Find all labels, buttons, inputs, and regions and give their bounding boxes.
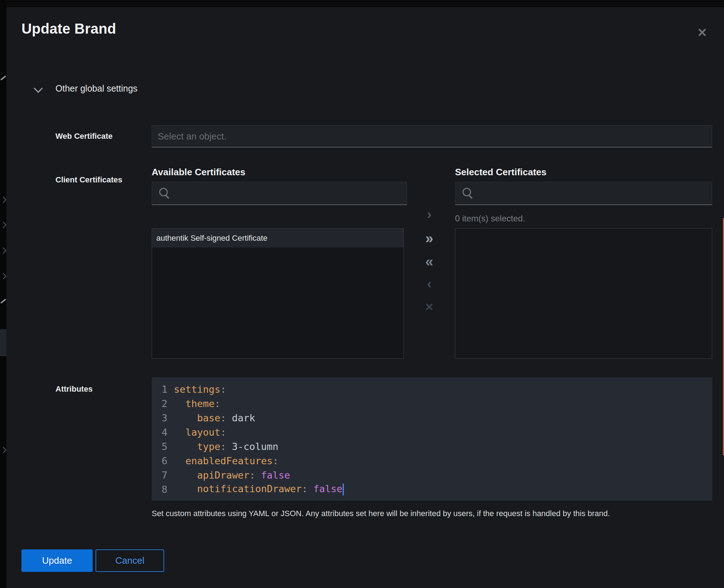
selected-search-input[interactable] <box>475 182 712 205</box>
chevron-right-icon <box>0 273 6 279</box>
selected-certificates-list[interactable] <box>455 228 712 359</box>
code-line[interactable]: 5 type:3-column <box>152 439 712 454</box>
line-number: 7 <box>156 470 167 481</box>
line-number: 3 <box>156 412 167 423</box>
sidebar-partial-icon <box>0 75 6 80</box>
move-selected-right-button[interactable]: › <box>421 206 438 223</box>
sidebar-backdrop <box>0 0 6 588</box>
attributes-help-text: Set custom attributes using YAML or JSON… <box>152 509 710 519</box>
selected-count-status: 0 item(s) selected. <box>455 214 525 223</box>
update-button[interactable]: Update <box>21 549 93 572</box>
move-selected-left-button[interactable]: ‹ <box>421 275 438 293</box>
section-toggle-label: Other global settings <box>55 83 137 94</box>
chevron-right-icon <box>0 221 6 228</box>
chevron-down-icon <box>34 84 43 93</box>
clear-selection-icon[interactable]: ✕ <box>421 299 438 316</box>
web-certificate-label: Web Certificate <box>55 132 113 141</box>
chevron-right-icon <box>0 247 6 254</box>
code-line[interactable]: 1 settings: <box>152 382 712 396</box>
line-number: 8 <box>156 484 167 495</box>
code-line[interactable]: 4 layout: <box>152 425 712 439</box>
available-certificates-list[interactable]: authentik Self-signed Certificate <box>152 228 404 359</box>
available-search-box <box>152 182 407 205</box>
client-certificates-label: Client Certificates <box>55 175 122 185</box>
line-number: 6 <box>156 455 167 466</box>
close-icon[interactable]: ✕ <box>693 24 711 41</box>
text-cursor <box>343 484 344 495</box>
update-brand-modal: Update Brand ✕ Other global settings Web… <box>6 7 724 588</box>
chevron-right-icon <box>0 196 6 203</box>
screen: Update Brand ✕ Other global settings Web… <box>0 0 724 588</box>
code-line[interactable]: 8 notificationDrawer:false <box>152 482 712 496</box>
move-all-left-button[interactable]: « <box>421 253 438 270</box>
line-number: 5 <box>156 441 167 452</box>
line-number: 1 <box>156 384 167 395</box>
attributes-label: Attributes <box>55 384 93 394</box>
code-line[interactable]: 2 theme: <box>152 396 712 411</box>
cancel-button[interactable]: Cancel <box>96 549 164 572</box>
line-number: 2 <box>156 398 167 409</box>
available-certificates-heading: Available Certificates <box>152 167 245 178</box>
available-search-input[interactable] <box>172 182 407 205</box>
code-line[interactable]: 7 apiDrawer:false <box>152 468 712 482</box>
list-item[interactable]: authentik Self-signed Certificate <box>152 229 403 248</box>
chevron-right-icon <box>0 447 6 453</box>
line-number: 4 <box>156 427 167 438</box>
sidebar-selected-item <box>0 329 6 356</box>
search-icon <box>159 188 168 196</box>
selected-certificates-heading: Selected Certificates <box>455 167 547 178</box>
search-icon <box>463 188 471 196</box>
code-line[interactable]: 6 enabledFeatures: <box>152 454 712 468</box>
selected-search-box <box>455 182 712 205</box>
move-all-right-button[interactable]: » <box>421 230 438 247</box>
sidebar-partial-icon <box>0 299 6 304</box>
code-line[interactable]: 3 base:dark <box>152 411 712 425</box>
modal-title: Update Brand <box>21 21 116 37</box>
attributes-code-editor[interactable]: 1 settings: 2 theme: 3 base:dark 4 layou… <box>152 377 712 501</box>
web-certificate-input[interactable] <box>152 125 712 147</box>
